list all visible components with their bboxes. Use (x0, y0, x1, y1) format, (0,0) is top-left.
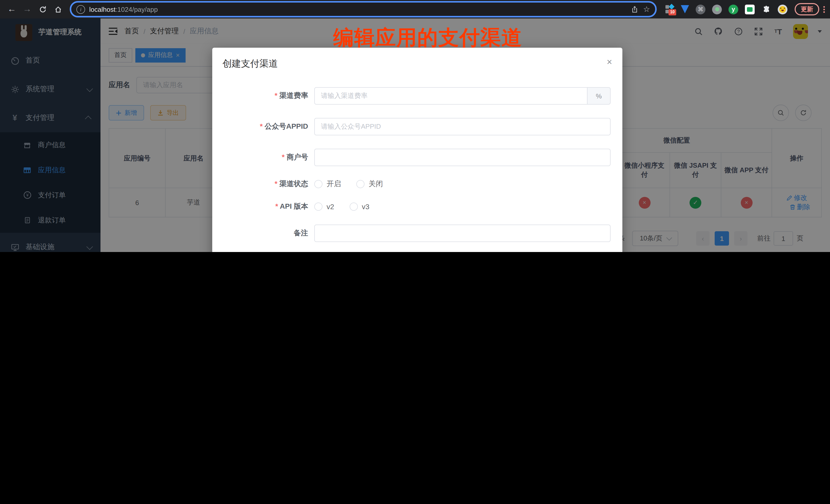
dialog-title: 创建支付渠道 (223, 58, 278, 69)
extension-kite-icon[interactable] (681, 5, 689, 13)
api-radio-v3[interactable]: v3 (350, 202, 370, 211)
form-row-api: API 版本 v2 v3 (212, 202, 622, 211)
annotation-text: 编辑应用的支付渠道 (333, 24, 522, 52)
back-icon[interactable]: ← (5, 3, 19, 16)
screen: ← → i localhost:1024/pay/app ☆ 10 ⌘ y (0, 0, 830, 252)
remark-input[interactable] (314, 225, 611, 242)
form-row-status: 渠道状态 开启 关闭 (212, 180, 622, 189)
browser-update-button[interactable]: 更新 (795, 3, 819, 15)
forward-icon[interactable]: → (21, 3, 34, 16)
browser-toolbar: ← → i localhost:1024/pay/app ☆ 10 ⌘ y (0, 0, 830, 19)
dialog-close-icon[interactable]: × (607, 57, 612, 67)
form-row-merchant: 商户号 (212, 149, 622, 166)
address-bar[interactable]: i localhost:1024/pay/app ☆ (70, 1, 657, 18)
merchant-input[interactable] (314, 149, 611, 166)
status-radio-open[interactable]: 开启 (314, 180, 341, 189)
api-label: API 版本 (212, 202, 314, 211)
extension-y-icon[interactable]: y (729, 4, 738, 14)
radio-circle-icon (314, 180, 322, 188)
rate-label: 渠道费率 (212, 91, 314, 100)
appid-label: 公众号APPID (212, 122, 314, 131)
share-icon[interactable] (631, 5, 638, 13)
site-info-icon[interactable]: i (76, 5, 85, 13)
api-radio-v2[interactable]: v2 (314, 202, 334, 211)
rate-suffix: % (587, 87, 611, 104)
app-window: 芋道管理系统 首页 系统管理 ¥ 支付管理 (0, 19, 830, 252)
reload-icon[interactable] (36, 3, 49, 16)
radio-circle-icon (314, 202, 322, 211)
extension-badge: 10 (669, 9, 676, 15)
bookmark-star-icon[interactable]: ☆ (643, 5, 650, 14)
extensions-puzzle-icon[interactable] (761, 4, 771, 14)
extension-chat-icon[interactable] (745, 4, 755, 14)
extension-grid-icon[interactable]: 10 (665, 5, 674, 14)
form-row-appid: 公众号APPID 请输入公众号APPID (212, 118, 622, 135)
create-channel-dialog: 创建支付渠道 × 渠道费率 请输入渠道费率 % 公众号APPID 请输入公众号A… (212, 48, 622, 252)
home-icon[interactable] (51, 3, 65, 16)
rate-input[interactable]: 请输入渠道费率 (314, 87, 587, 104)
status-label: 渠道状态 (212, 180, 314, 189)
url-text: localhost:1024/pay/app (89, 5, 626, 13)
extension-dot-icon[interactable] (712, 4, 722, 14)
radio-circle-icon (350, 202, 358, 211)
browser-menu-icon[interactable] (823, 6, 825, 12)
form-row-remark: 备注 (212, 225, 622, 242)
status-radio-closed[interactable]: 关闭 (356, 180, 383, 189)
extensions-cluster: 10 ⌘ y (662, 4, 791, 14)
appid-input[interactable]: 请输入公众号APPID (314, 118, 611, 135)
form-row-rate: 渠道费率 请输入渠道费率 % (212, 87, 622, 104)
radio-circle-icon (356, 180, 364, 188)
merchant-label: 商户号 (212, 153, 314, 162)
extension-cmd-icon[interactable]: ⌘ (696, 4, 705, 14)
remark-label: 备注 (212, 229, 314, 238)
profile-avatar-icon[interactable] (778, 4, 788, 14)
